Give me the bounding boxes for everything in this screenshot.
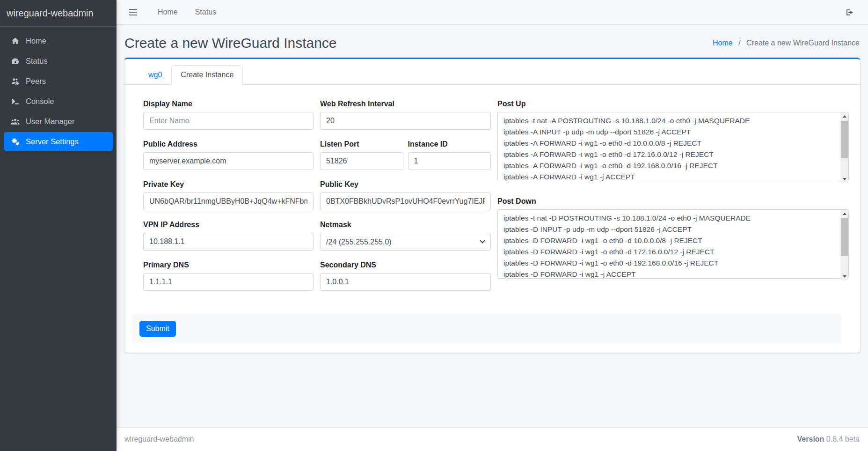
primary-dns-input[interactable] <box>143 273 314 291</box>
instance-card: wg0 Create Instance Display Name Public <box>124 58 860 353</box>
post-up-scrollbar[interactable] <box>840 112 848 183</box>
vpn-ip-label: VPN IP Address <box>143 220 314 229</box>
scrollbar-track[interactable] <box>840 120 848 175</box>
post-down-scrollbar[interactable] <box>840 210 848 280</box>
sidebar-item-peers[interactable]: Peers <box>4 72 113 90</box>
breadcrumb-separator: / <box>738 39 740 47</box>
secondary-dns-input[interactable] <box>320 273 491 291</box>
top-navbar: Home Status <box>117 0 868 25</box>
sign-out-icon[interactable] <box>845 8 854 17</box>
scroll-down-arrow-icon[interactable] <box>840 175 848 183</box>
scroll-up-arrow-icon[interactable] <box>840 210 848 217</box>
post-down-textarea[interactable]: iptables -t nat -D POSTROUTING -s 10.188… <box>497 209 849 279</box>
public-address-label: Public Address <box>143 140 314 148</box>
sidebar-item-home[interactable]: Home <box>4 31 113 50</box>
listen-port-label: Listen Port <box>320 140 403 148</box>
secondary-dns-label: Secondary DNS <box>320 260 491 269</box>
post-up-textarea[interactable]: iptables -t nat -A POSTROUTING -s 10.188… <box>497 112 849 181</box>
app-root: wireguard-webadmin Home Status Peers <box>0 0 868 451</box>
display-name-input[interactable] <box>143 112 314 130</box>
breadcrumb: Home / Create a new WireGuard Instance <box>713 39 860 47</box>
private-key-input[interactable] <box>143 192 314 210</box>
tab-create-instance[interactable]: Create Instance <box>171 65 243 85</box>
display-name-label: Display Name <box>143 99 314 108</box>
cogs-icon <box>9 137 21 146</box>
scrollbar-thumb[interactable] <box>841 121 848 158</box>
public-address-input[interactable] <box>143 152 314 170</box>
web-refresh-interval-input[interactable] <box>320 112 491 130</box>
public-key-label: Public Key <box>320 180 491 189</box>
public-key-input[interactable] <box>320 192 491 210</box>
sidebar-item-label: Console <box>26 97 54 106</box>
form-column-3: Post Up iptables -t nat -A POSTROUTING -… <box>497 99 849 301</box>
sidebar-item-status[interactable]: Status <box>4 52 113 70</box>
navbar-link-home[interactable]: Home <box>158 8 178 16</box>
breadcrumb-home-link[interactable]: Home <box>713 39 733 47</box>
main-column: Home Status Create a new WireGuard Insta… <box>117 0 868 451</box>
sidebar-item-label: Status <box>26 57 48 66</box>
listen-port-input[interactable] <box>320 152 403 170</box>
version-label: Version <box>797 435 824 443</box>
footer-brand: wireguard-webadmin <box>124 435 194 444</box>
instance-form: Display Name Public Address Private Key <box>124 85 860 353</box>
scrollbar-track[interactable] <box>840 217 848 273</box>
users-gear-icon <box>9 76 21 86</box>
netmask-select[interactable]: /24 (255.255.255.0) <box>320 233 491 251</box>
form-column-2: Web Refresh Interval Listen Port Instanc… <box>320 99 491 301</box>
sidebar-item-label: Home <box>26 37 46 45</box>
version-value: 0.8.4 beta <box>826 435 860 443</box>
sidebar-item-server-settings[interactable]: Server Settings <box>4 132 113 151</box>
instance-id-input[interactable] <box>408 152 491 170</box>
page-title: Create a new WireGuard Instance <box>124 35 337 51</box>
breadcrumb-current: Create a new WireGuard Instance <box>746 39 860 47</box>
menu-toggle-icon[interactable] <box>129 9 137 15</box>
form-column-1: Display Name Public Address Private Key <box>143 99 314 301</box>
gauge-icon <box>9 56 21 66</box>
brand-title[interactable]: wireguard-webadmin <box>0 0 117 27</box>
home-icon <box>9 36 21 45</box>
post-up-label: Post Up <box>497 99 849 108</box>
instance-tabs: wg0 Create Instance <box>124 59 860 85</box>
scrollbar-thumb[interactable] <box>841 218 848 256</box>
submit-button[interactable]: Submit <box>139 321 176 337</box>
tab-wg0[interactable]: wg0 <box>139 65 171 85</box>
sidebar-item-label: Peers <box>26 77 46 86</box>
scroll-up-arrow-icon[interactable] <box>840 112 848 120</box>
sidebar-item-console[interactable]: Console <box>4 92 113 111</box>
navbar-link-status[interactable]: Status <box>195 8 216 16</box>
page-footer: wireguard-webadmin Version 0.8.4 beta <box>117 427 868 451</box>
web-refresh-interval-label: Web Refresh Interval <box>320 99 491 108</box>
sidebar-item-label: User Manager <box>26 117 75 126</box>
private-key-label: Private Key <box>143 180 314 189</box>
footer-version: Version 0.8.4 beta <box>797 435 860 444</box>
sidebar-item-label: Server Settings <box>26 137 79 146</box>
netmask-label: Netmask <box>320 220 491 229</box>
form-footer: Submit <box>132 314 841 343</box>
sidebar: wireguard-webadmin Home Status Peers <box>0 0 117 451</box>
instance-id-label: Instance ID <box>408 140 491 148</box>
sidebar-item-user-manager[interactable]: User Manager <box>4 112 113 131</box>
users-icon <box>9 117 21 126</box>
content-area: wg0 Create Instance Display Name Public <box>117 58 868 427</box>
content-header: Create a new WireGuard Instance Home / C… <box>117 25 868 58</box>
vpn-ip-input[interactable] <box>143 233 314 251</box>
terminal-icon <box>9 96 21 106</box>
primary-dns-label: Primary DNS <box>143 260 314 269</box>
scroll-down-arrow-icon[interactable] <box>840 273 848 280</box>
post-down-label: Post Down <box>497 197 849 206</box>
sidebar-nav: Home Status Peers Console <box>0 27 117 157</box>
